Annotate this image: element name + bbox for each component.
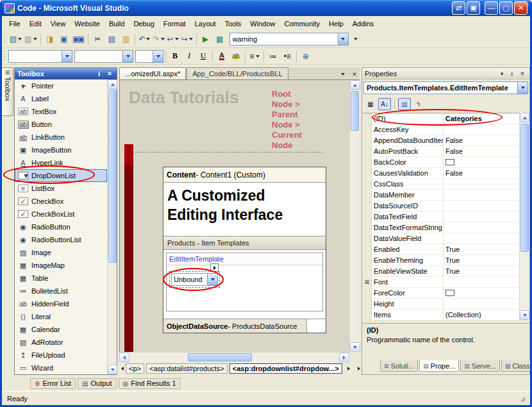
window-position-button[interactable]: ▾ [497,69,506,78]
toolbar-grip[interactable] [4,34,6,45]
properties-view-button[interactable]: ▤ [398,98,411,110]
browse-button[interactable]: ▦ [213,32,227,46]
events-button[interactable]: ϟ [412,98,425,110]
scrollbar-thumb[interactable] [351,91,359,131]
bold-button[interactable]: B [168,49,182,63]
panel-tab[interactable]: ▤ Prope... [419,360,459,372]
scroll-up-button[interactable] [108,79,117,89]
dropdownlist-arrow-button[interactable] [207,274,217,285]
panel-tab[interactable]: ⊞ Soluti... [380,360,418,372]
menu-item[interactable]: File [4,18,25,29]
menu-item[interactable]: Addins [348,18,379,29]
toolbox-item[interactable]: ▼ DropDownList [15,169,107,182]
maximize-button[interactable]: ▢ [499,1,513,15]
toolbar-grip[interactable] [4,51,6,62]
property-row[interactable]: DataSourceID [363,201,520,212]
menu-item[interactable]: Layout [190,18,220,29]
save-button[interactable]: ▣ [57,32,71,46]
block-format-combobox[interactable] [8,50,72,63]
foreground-color-button[interactable]: A [215,49,229,63]
toolbox-item[interactable]: ▧ AdRotator [15,336,107,349]
tag-navigator-item[interactable]: <asp:datalist#products> [146,363,228,374]
panel-tab[interactable]: ▧ Class ... [501,360,532,372]
property-row[interactable]: DataTextFormatString [363,222,520,233]
numbered-list-button[interactable]: ≔ [266,49,280,63]
scroll-left-button[interactable] [119,353,129,362]
property-row[interactable]: AccessKey [363,124,520,135]
scrollbar-thumb[interactable] [188,353,252,361]
start-debug-button[interactable]: ▶ [199,32,213,46]
find-combobox-dropdown[interactable] [338,33,348,45]
objectdatasource-control[interactable]: ObjectDataSource - ProductsDataSource [163,319,326,333]
categories-dropdownlist[interactable]: Unbound [171,273,218,286]
toolbox-item[interactable]: A Label [15,92,107,105]
property-row[interactable]: DataMember [363,190,520,201]
tag-scroll-left-button[interactable] [121,363,124,374]
toolbox-item[interactable]: ◉ RadioButtonList [15,233,107,246]
toolbox-item[interactable]: ⟨⟩ Literal [15,310,107,323]
categorized-button[interactable]: ▦ [364,98,377,110]
tag-navigator-item[interactable]: <p> [126,363,144,374]
property-row[interactable]: Items (Collection) [363,310,520,320]
toolbox-item[interactable]: ▦ Table [15,272,107,285]
close-document-button[interactable]: ✕ [349,69,360,79]
open-file-button[interactable]: ◨ [43,32,57,46]
active-files-button[interactable] [338,69,348,79]
toolbox-item[interactable]: ab TextBox [15,105,107,118]
toolbox-item[interactable]: ▨ Image [15,246,107,259]
alphabetical-button[interactable]: A↓ [378,98,391,110]
property-row[interactable]: ForeColor [363,288,520,299]
scrollbar-thumb[interactable] [108,90,117,263]
property-row[interactable]: AutoPostBack False [363,146,520,157]
bulleted-list-button[interactable]: •≡ [280,49,294,63]
menu-item[interactable]: Tools [220,18,246,29]
toolbox-side-tab[interactable]: ⊞ Toolbox [2,67,13,116]
toolbox-header[interactable]: Toolbox ⊸ ✕ [15,68,117,79]
toolbox-item[interactable]: ➤ Pointer [15,79,107,92]
toolbox-item[interactable]: ≔ BulletedList [15,285,107,297]
resize-grip-icon[interactable]: ◢ [520,395,525,402]
menu-item[interactable]: Debug [129,18,158,29]
add-item-button[interactable]: ▨ [23,32,38,46]
tag-scroll-right-button[interactable] [344,363,353,374]
datalist-designer-header[interactable]: Products - Item Templates [163,236,326,250]
property-row[interactable]: ⊞ Font [363,277,520,288]
toolbox-item[interactable]: ↥ FileUpload [15,349,107,361]
property-row[interactable]: AppendDataBoundItem False [363,135,520,146]
pin-button[interactable]: ⊸ [508,69,517,78]
property-row[interactable]: CausesValidation False [363,168,520,179]
toolbox-item[interactable]: ab Button [15,118,107,131]
scroll-down-button[interactable] [108,365,117,374]
content-placeholder-header[interactable]: Content - Content1 (Custom) [163,167,326,183]
italic-button[interactable]: I [182,49,196,63]
scroll-right-button[interactable] [339,353,349,362]
hyperlink-button[interactable]: ⊕ [299,49,313,63]
scroll-up-button[interactable] [520,113,529,122]
property-row[interactable]: Height [363,299,520,310]
toolbox-scrollbar[interactable] [107,79,117,374]
property-row[interactable]: CssClass [363,179,520,190]
scrollbar-thumb[interactable] [520,124,529,252]
property-row[interactable]: EnableTheming True [363,255,520,266]
window-switch-button[interactable]: ⇄ [452,1,465,15]
navigate-forward-button[interactable]: ↪ [180,32,194,46]
panel-tab[interactable]: ▥ Serve... [460,360,499,372]
toolbox-item[interactable]: ab HiddenField [15,297,107,310]
menu-item[interactable]: Help [324,18,348,29]
menu-item[interactable]: Format [159,18,190,29]
properties-header[interactable]: Properties ▾ ⊸ ✕ [362,68,529,79]
toolbox-item[interactable]: ≡ ListBox [15,182,107,195]
font-size-combobox[interactable] [135,50,163,63]
close-button[interactable]: ✕ [514,1,528,15]
toolbox-item[interactable]: ▦ Calendar [15,323,107,336]
highlight-button[interactable]: ab [229,49,243,63]
toolbox-item[interactable]: ▣ ImageButton [15,144,107,156]
properties-close-button[interactable]: ✕ [518,69,527,78]
navigate-backward-button[interactable]: ↩ [166,32,180,46]
property-row[interactable]: Enabled True [363,244,520,255]
alignment-button[interactable]: ≡ [247,49,262,63]
document-tab[interactable]: ...omizedUI.aspx* [119,67,186,79]
property-grid-scrollbar[interactable] [519,113,529,320]
toolbox-item[interactable]: ▭ Wizard [15,361,107,374]
object-selector-dropdown[interactable] [517,82,528,94]
